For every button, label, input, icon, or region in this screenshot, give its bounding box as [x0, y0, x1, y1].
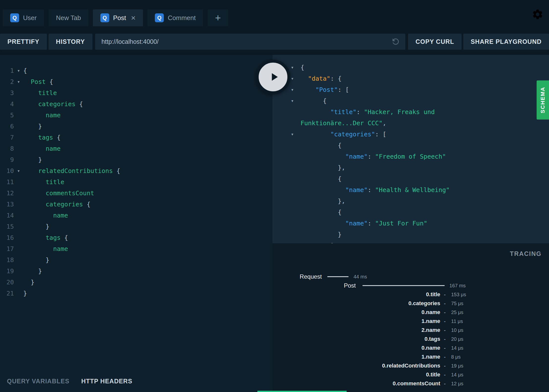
line-number: 1 [0, 65, 14, 76]
fold-arrow-icon[interactable]: ▾ [14, 65, 23, 76]
response-line: }, [273, 196, 549, 207]
url-bar [95, 34, 406, 50]
fold-spacer [14, 176, 23, 188]
response-line: "name": "Just For Fun" [273, 218, 549, 229]
fold-arrow-icon[interactable]: ▾ [291, 84, 301, 95]
tab-label: Comment [168, 14, 196, 22]
execute-button[interactable] [256, 60, 290, 94]
fold-spacer [291, 207, 301, 218]
schema-tab-label: SCHEMA [540, 87, 546, 113]
query-line: 4 categories { [0, 98, 273, 110]
schema-tab[interactable]: SCHEMA [537, 80, 549, 120]
line-number: 9 [0, 154, 14, 165]
query-line: 12 commentsCount [0, 188, 273, 199]
play-icon [268, 71, 280, 83]
trace-row: 1.name-8 μs [273, 352, 549, 361]
graphql-playground-window: QUserNew TabQPost×QComment + PRETTIFY HI… [0, 0, 549, 392]
query-line: 21} [0, 288, 273, 299]
fold-spacer [14, 199, 23, 210]
line-number: 16 [0, 232, 14, 243]
response-line: ▾ "Post": [ [273, 84, 549, 95]
copy-curl-button[interactable]: COPY CURL [408, 34, 462, 50]
line-number: 13 [0, 199, 14, 210]
fold-spacer [14, 210, 23, 221]
trace-time: 11 μs [451, 318, 463, 324]
tab-user[interactable]: QUser [3, 9, 44, 26]
line-number: 20 [0, 277, 14, 288]
line-number: 3 [0, 87, 14, 98]
response-line: "name": "Health & Wellbeing" [273, 184, 549, 196]
response-line: "name": "Freedom of Speech" [273, 151, 549, 162]
query-line: 11 title [0, 176, 273, 188]
query-pane: 1▾{2▾ Post {3 title4 categories {5 name6… [0, 55, 273, 392]
tab-label: New Tab [56, 14, 81, 22]
trace-dash: - [444, 363, 446, 369]
tab-post[interactable]: QPost× [93, 9, 143, 26]
prettify-button[interactable]: PRETTIFY [0, 34, 47, 50]
trace-label: 1.name [421, 318, 440, 324]
trace-dash: - [444, 354, 446, 360]
query-line: 3 title [0, 87, 273, 98]
trace-row: 0.name-14 μs [273, 343, 549, 352]
trace-row: 0.categories-75 μs [273, 299, 549, 308]
trace-time: 25 μs [451, 310, 463, 315]
trace-dash: - [444, 318, 446, 324]
trace-dash: - [444, 372, 446, 378]
trace-time: 44 ms [354, 274, 367, 280]
fold-arrow-icon[interactable]: ▾ [291, 95, 301, 106]
response-line: "title": "Hacker, Freaks und [273, 106, 549, 118]
trace-dash: - [444, 301, 446, 306]
trace-time: 153 μs [451, 292, 466, 297]
fold-spacer [14, 288, 23, 299]
http-headers-tab[interactable]: HTTP HEADERS [81, 378, 132, 385]
trace-time: 12 μs [451, 381, 463, 387]
response-line: ▾{ [273, 62, 549, 73]
share-playground-button[interactable]: SHARE PLAYGROUND [463, 34, 549, 50]
trace-dash: - [444, 381, 446, 387]
trace-row: 0.name-25 μs [273, 308, 549, 317]
trace-duration-bar [362, 285, 445, 286]
response-line: ▾ "categories": [ [273, 129, 549, 140]
line-number: 18 [0, 254, 14, 266]
query-badge: Q [10, 13, 19, 22]
line-number: 6 [0, 121, 14, 132]
query-line: 14 name [0, 210, 273, 221]
fold-spacer [14, 188, 23, 199]
trace-dash: - [444, 292, 446, 297]
fold-spacer [291, 229, 301, 240]
reload-icon[interactable] [391, 37, 400, 47]
add-tab-button[interactable]: + [208, 9, 228, 26]
fold-arrow-icon[interactable]: ▾ [291, 129, 301, 140]
url-input[interactable] [95, 34, 406, 50]
response-line: { [273, 173, 549, 184]
query-editor[interactable]: 1▾{2▾ Post {3 title4 categories {5 name6… [0, 55, 273, 370]
query-line: 1▾{ [0, 65, 273, 76]
fold-arrow-icon[interactable]: ▾ [14, 165, 23, 176]
query-variables-tab[interactable]: QUERY VARIABLES [7, 378, 69, 385]
trace-row: 0.title-153 μs [273, 290, 549, 299]
history-button[interactable]: HISTORY [49, 34, 92, 50]
partial-row-sliver [257, 391, 347, 392]
query-badge: Q [100, 13, 109, 22]
close-icon[interactable]: × [131, 14, 136, 22]
fold-arrow-icon[interactable]: ▾ [14, 76, 23, 87]
line-number: 10 [0, 165, 14, 176]
fold-arrow-icon[interactable]: ▾ [291, 73, 301, 84]
tab-new-tab[interactable]: New Tab [49, 9, 88, 26]
bottom-tabs: QUERY VARIABLES HTTP HEADERS [0, 370, 273, 392]
response-lines: ▾{▾ "data": {▾ "Post": [▾ { "title": "Ha… [273, 62, 549, 243]
query-line: 10▾ relatedContributions { [0, 165, 273, 176]
tab-comment[interactable]: QComment [147, 9, 203, 26]
line-number: 7 [0, 132, 14, 143]
line-number: 2 [0, 76, 14, 87]
query-line: 6 } [0, 121, 273, 132]
trace-label: 0.relatedContributions [382, 363, 440, 369]
settings-gear-icon[interactable] [532, 8, 544, 21]
query-line: 7 tags { [0, 132, 273, 143]
fold-spacer [291, 218, 301, 229]
fold-arrow-icon[interactable]: ▾ [291, 62, 301, 73]
trace-label: 2.name [421, 327, 440, 333]
fold-spacer [291, 173, 301, 184]
trace-row: 0.commentsCount-12 μs [273, 379, 549, 388]
line-number: 4 [0, 98, 14, 110]
